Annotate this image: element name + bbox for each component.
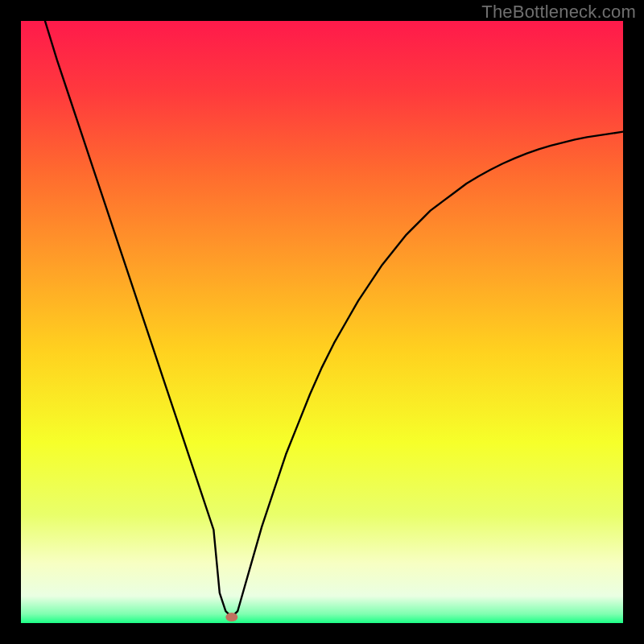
gradient-background <box>21 21 623 623</box>
plot-area <box>21 21 623 623</box>
chart-frame: TheBottleneck.com <box>0 0 644 644</box>
bottleneck-curve-chart <box>21 21 623 623</box>
optimal-point-marker <box>225 613 237 621</box>
watermark-text: TheBottleneck.com <box>481 2 636 23</box>
